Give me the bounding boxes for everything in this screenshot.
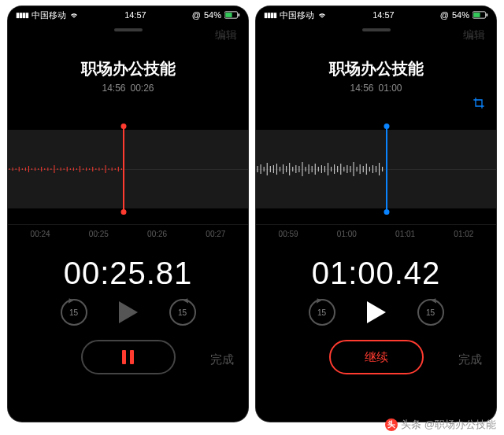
svg-rect-2 [225, 13, 232, 17]
recording-meta: 14:5600:26 [8, 83, 248, 94]
carrier-label: 中国移动 [32, 9, 66, 21]
wifi-icon [317, 10, 327, 20]
waveform-area[interactable] [256, 114, 496, 224]
done-button[interactable]: 完成 [458, 352, 482, 367]
skip-forward-15-button[interactable]: 15 [417, 299, 444, 326]
elapsed-time: 01:00.42 [256, 245, 496, 296]
status-bar: ▮▮▮▮ 中国移动 14:57 @ 54% [8, 6, 248, 24]
toutiao-logo-icon: 头 [385, 418, 398, 431]
skip-back-15-button[interactable]: 15 [309, 299, 335, 326]
playhead-indicator[interactable] [386, 127, 387, 212]
edit-button[interactable]: 编辑 [215, 28, 237, 42]
nav-bar: 编辑 [256, 24, 496, 47]
waveform-area[interactable] [8, 114, 248, 224]
phone-left: ▮▮▮▮ 中国移动 14:57 @ 54% 编辑 职场办公技能 14:5600:… [8, 6, 248, 422]
sheet-handle[interactable] [362, 28, 391, 31]
watermark: 头 头条@职场办公技能 [385, 418, 496, 432]
svg-rect-41 [473, 13, 480, 17]
nav-bar: 编辑 [8, 24, 248, 47]
record-pause-button[interactable] [81, 340, 176, 374]
status-time: 14:57 [372, 10, 395, 20]
status-time: 14:57 [124, 10, 146, 20]
skip-back-15-button[interactable]: 15 [61, 299, 87, 326]
phone-right: ▮▮▮▮ 中国移动 14:57 @ 54% 编辑 职场办公技能 14:5601:… [256, 6, 496, 422]
recording-meta: 14:5601:00 [256, 83, 496, 94]
cell-signal-icon: ▮▮▮▮ [264, 11, 276, 19]
waveform [256, 153, 496, 185]
battery-icon [472, 11, 488, 19]
sheet-handle[interactable] [114, 28, 143, 31]
battery-pct: 54% [204, 10, 221, 20]
pause-icon [122, 350, 134, 364]
time-ruler: 00:5901:0001:0101:02 [256, 224, 496, 245]
cell-signal-icon: ▮▮▮▮ [16, 11, 28, 19]
record-continue-button[interactable]: 继续 [329, 340, 424, 374]
time-ruler: 00:2400:2500:2600:27 [8, 224, 248, 245]
battery-icon [224, 11, 240, 19]
play-button[interactable] [367, 301, 386, 323]
recording-title[interactable]: 职场办公技能 [8, 58, 248, 79]
playhead-indicator[interactable] [123, 127, 124, 212]
carrier-label: 中国移动 [280, 9, 314, 21]
play-button[interactable] [119, 301, 138, 323]
wifi-icon [69, 10, 79, 20]
crop-icon[interactable] [472, 97, 485, 109]
svg-rect-1 [238, 13, 239, 16]
done-button[interactable]: 完成 [210, 352, 234, 367]
battery-pct: 54% [452, 10, 469, 20]
recording-title[interactable]: 职场办公技能 [256, 58, 496, 79]
skip-forward-15-button[interactable]: 15 [169, 299, 196, 326]
svg-rect-40 [486, 13, 487, 16]
waveform [8, 153, 248, 185]
elapsed-time: 00:25.81 [8, 245, 248, 296]
status-bar: ▮▮▮▮ 中国移动 14:57 @ 54% [256, 6, 496, 24]
edit-button[interactable]: 编辑 [463, 28, 485, 42]
continue-label: 继续 [365, 350, 388, 365]
